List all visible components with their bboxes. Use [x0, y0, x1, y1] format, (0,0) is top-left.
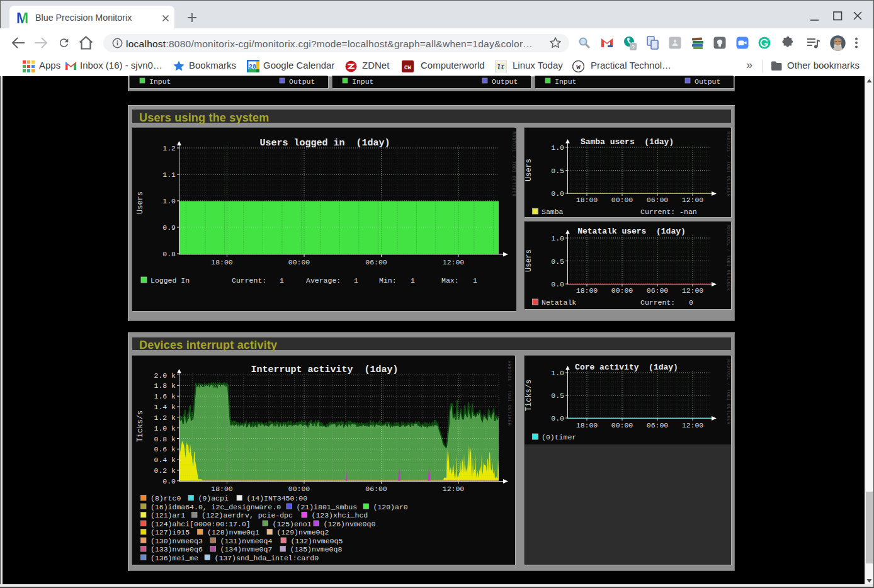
- svg-text:28: 28: [249, 64, 256, 71]
- svg-text:18:00: 18:00: [576, 286, 598, 295]
- svg-text:(21)i801_smbus: (21)i801_smbus: [297, 503, 358, 511]
- svg-text:00:00: 00:00: [288, 258, 310, 266]
- svg-text:0.8: 0.8: [162, 250, 176, 258]
- svg-text:Users logged in (1day): Users logged in (1day): [259, 138, 390, 149]
- svg-text:RRDTOOL / TOBI OETIKER: RRDTOOL / TOBI OETIKER: [726, 225, 731, 291]
- svg-text:Min:: Min:: [379, 276, 397, 285]
- svg-text:1.2 k: 1.2 k: [154, 414, 176, 422]
- svg-text:0.8 k: 0.8 k: [154, 435, 176, 443]
- svg-text:(132)nvme0q5: (132)nvme0q5: [291, 537, 343, 545]
- svg-text:1.1: 1.1: [162, 171, 176, 179]
- svg-text:00:00: 00:00: [611, 421, 633, 429]
- svg-text:(125)eno1: (125)eno1: [273, 520, 312, 528]
- svg-text:Input: Input: [352, 77, 374, 86]
- svg-text:Current: -nan: Current: -nan: [640, 208, 697, 216]
- svg-text:0.2 k: 0.2 k: [154, 466, 176, 475]
- svg-text:Interrupt activity (1day): Interrupt activity (1day): [251, 365, 398, 375]
- svg-text:Max:: Max:: [441, 276, 459, 285]
- svg-text:0.4 k: 0.4 k: [154, 456, 176, 464]
- svg-text:2.0 k: 2.0 k: [154, 371, 176, 380]
- svg-text:1.8 k: 1.8 k: [154, 382, 176, 390]
- svg-text:(120)ar0: (120)ar0: [373, 503, 408, 511]
- svg-text:0.5: 0.5: [551, 392, 564, 400]
- svg-text:0.6 k: 0.6 k: [154, 445, 176, 453]
- svg-text:RRDTOOL / TOBI OETIKER: RRDTOOL / TOBI OETIKER: [726, 359, 731, 425]
- svg-text:Users: Users: [525, 249, 533, 272]
- svg-text:0.0: 0.0: [551, 414, 564, 422]
- svg-text:00:00: 00:00: [288, 485, 310, 493]
- svg-text:1: 1: [280, 276, 284, 285]
- svg-text:(131)nvme0q4: (131)nvme0q4: [220, 537, 273, 545]
- svg-text:12:00: 12:00: [443, 485, 465, 493]
- svg-text:0.5: 0.5: [551, 257, 564, 266]
- svg-text:18:00: 18:00: [576, 421, 598, 429]
- svg-text:(123)xhci_hcd: (123)xhci_hcd: [312, 511, 368, 519]
- svg-text:Users: Users: [136, 191, 145, 214]
- svg-text:(122)aerdrv, pcie-dpc: (122)aerdrv, pcie-dpc: [201, 511, 293, 519]
- svg-text:0: 0: [689, 298, 693, 307]
- svg-text:06:00: 06:00: [365, 258, 387, 266]
- svg-text:W: W: [576, 64, 581, 71]
- svg-text:1: 1: [411, 276, 415, 285]
- svg-text:Logged In: Logged In: [150, 276, 190, 285]
- svg-text:12:00: 12:00: [682, 421, 704, 429]
- svg-text:1.6 k: 1.6 k: [154, 392, 176, 400]
- svg-text:12:00: 12:00: [443, 258, 465, 266]
- svg-text:(136)mei_me: (136)mei_me: [150, 554, 198, 562]
- svg-text:1.2: 1.2: [162, 144, 176, 152]
- svg-text:(133)nvme0q6: (133)nvme0q6: [150, 545, 203, 553]
- svg-text:(121)ar1: (121)ar1: [150, 511, 185, 519]
- svg-text:(14)INT3450:00: (14)INT3450:00: [247, 494, 308, 502]
- svg-text:(128)nvme0q1: (128)nvme0q1: [207, 528, 259, 536]
- svg-text:00:00: 00:00: [611, 196, 633, 204]
- svg-text:1: 1: [473, 276, 477, 285]
- svg-text:06:00: 06:00: [647, 196, 669, 204]
- svg-text:0.0: 0.0: [551, 280, 564, 288]
- svg-text:1.4 k: 1.4 k: [154, 403, 176, 411]
- svg-text:CW: CW: [404, 65, 411, 71]
- svg-text:(16)idma64.0, i2c_designware.0: (16)idma64.0, i2c_designware.0: [150, 503, 281, 511]
- svg-text:Output: Output: [695, 77, 720, 86]
- svg-text:18:00: 18:00: [576, 196, 598, 204]
- svg-text:lt: lt: [496, 64, 504, 71]
- svg-text:0.5: 0.5: [551, 167, 564, 175]
- svg-text:Netatalk users (1day): Netatalk users (1day): [577, 227, 686, 236]
- svg-text:18:00: 18:00: [211, 258, 233, 266]
- svg-text:(137)snd_hda_intel:card0: (137)snd_hda_intel:card0: [215, 554, 319, 562]
- svg-text:(134)nvme0q7: (134)nvme0q7: [220, 545, 273, 553]
- svg-text:Ticks/s: Ticks/s: [525, 380, 533, 411]
- svg-text:Input: Input: [149, 77, 171, 86]
- svg-text:18:00: 18:00: [211, 485, 233, 493]
- svg-text:(124)ahci[0000:00:17.0]: (124)ahci[0000:00:17.0]: [150, 520, 251, 528]
- svg-text:1.0: 1.0: [551, 369, 564, 377]
- svg-text:RRDTOOL / TOBI OETIKER: RRDTOOL / TOBI OETIKER: [726, 132, 731, 197]
- svg-text:Current:: Current:: [232, 276, 266, 285]
- svg-text:06:00: 06:00: [365, 485, 387, 493]
- svg-text:12:00: 12:00: [682, 286, 704, 295]
- svg-text:?: ?: [632, 45, 635, 51]
- svg-text:RRDTOOL / TOBI OETIKER: RRDTOOL / TOBI OETIKER: [511, 132, 516, 197]
- svg-text:Output: Output: [289, 77, 315, 86]
- svg-text:0.0: 0.0: [551, 189, 564, 198]
- svg-text:Input: Input: [555, 77, 577, 86]
- svg-text:Netatalk: Netatalk: [542, 298, 576, 307]
- svg-text:1.0: 1.0: [551, 234, 564, 242]
- svg-text:(127)i915: (127)i915: [150, 528, 190, 536]
- svg-text:Current:: Current:: [640, 298, 675, 307]
- svg-text:12:00: 12:00: [682, 196, 704, 204]
- svg-text:Core activity (1day): Core activity (1day): [575, 363, 678, 372]
- svg-text:(9)acpi: (9)acpi: [198, 494, 229, 502]
- svg-text:Users: Users: [525, 159, 533, 181]
- svg-text:(0)timer: (0)timer: [542, 433, 576, 441]
- svg-text:Ticks/s: Ticks/s: [136, 410, 145, 442]
- svg-text:1.0: 1.0: [551, 144, 564, 152]
- svg-text:Samba: Samba: [542, 208, 564, 216]
- svg-text:00:00: 00:00: [611, 286, 633, 295]
- svg-text:(130)nvme0q3: (130)nvme0q3: [150, 537, 203, 545]
- svg-text:1: 1: [354, 276, 358, 285]
- svg-text:RRDTOOL / TOBI OETIKER: RRDTOOL / TOBI OETIKER: [507, 361, 512, 426]
- svg-text:(129)nvme0q2: (129)nvme0q2: [277, 528, 329, 536]
- svg-text:1.0: 1.0: [162, 197, 176, 205]
- svg-text:(126)nvme0q0: (126)nvme0q0: [324, 520, 376, 528]
- svg-text:06:00: 06:00: [647, 286, 669, 295]
